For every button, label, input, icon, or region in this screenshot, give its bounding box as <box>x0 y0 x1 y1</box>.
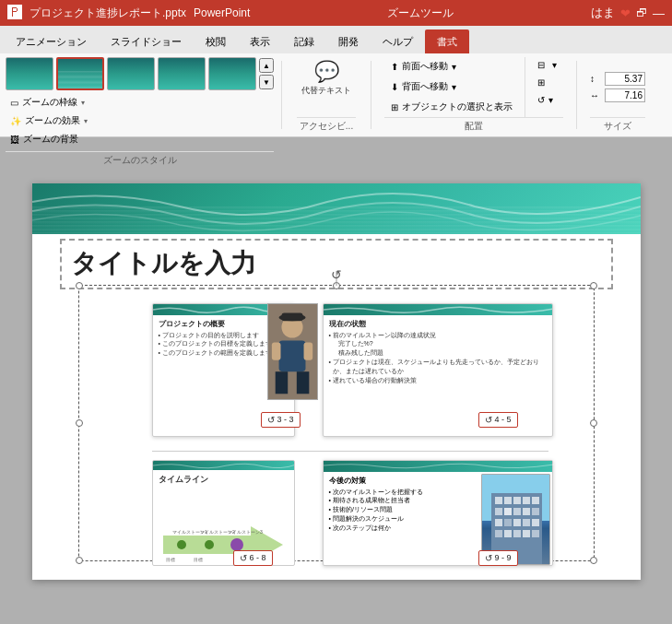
height-input[interactable] <box>605 72 645 86</box>
person-photo <box>267 303 318 400</box>
select-objects-btn[interactable]: ⊞ オブジェクトの選択と表示 <box>384 98 519 116</box>
handle-bl[interactable] <box>76 557 83 564</box>
dropdown-arrow-1: ▾ <box>81 99 85 107</box>
card4-header <box>324 461 552 472</box>
zoom-card-4[interactable]: 今後の対策 次のマイルストーンを把握する 期待される成果物と担当者 技術的/リソ… <box>323 460 553 566</box>
username: はま <box>591 5 615 21</box>
zoom-thumb-2[interactable] <box>56 57 104 90</box>
badge2-icon: ↺ <box>485 415 492 425</box>
svg-rect-23 <box>523 497 530 504</box>
handle-mr[interactable] <box>590 419 597 427</box>
align-icon: ⊟ <box>537 60 545 70</box>
zoom-bg-dropdown[interactable]: 🖼 ズームの背景 <box>6 131 274 147</box>
svg-rect-25 <box>495 508 502 515</box>
handle-br[interactable] <box>590 557 597 564</box>
card1-badge[interactable]: ↺ 3 - 3 <box>261 412 301 428</box>
chevron-down-icon-3: ▾ <box>552 60 557 70</box>
handle-ml[interactable] <box>76 419 83 427</box>
rotate-handle[interactable]: ↺ <box>331 267 342 282</box>
zoom-style-label: ズームのスタイル <box>6 151 274 167</box>
title-bar: 🅿 プロジェクト進捗レポート.pptx PowerPoint ズームツール はま… <box>0 0 672 26</box>
bring-forward-btn[interactable]: ⬆ 前面へ移動 ▾ <box>384 57 519 76</box>
scroll-up-btn[interactable]: ▲ <box>259 58 274 73</box>
card3-badge[interactable]: ↺ 6 - 8 <box>233 550 273 566</box>
card4-badge[interactable]: ↺ 9 - 9 <box>478 550 518 566</box>
card3-header <box>153 461 294 470</box>
tab-dev[interactable]: 開発 <box>326 29 371 53</box>
badge3-icon: ↺ <box>240 553 247 563</box>
svg-rect-33 <box>523 519 530 526</box>
heart-icon: ❤ <box>620 6 631 20</box>
svg-rect-38 <box>523 530 530 537</box>
send-backward-btn[interactable]: ⬇ 背面へ移動 ▾ <box>384 77 519 96</box>
card4-bullet-1: 次のマイルストーンを把握する <box>329 488 476 497</box>
svg-text:目標: 目標 <box>166 557 175 562</box>
alt-text-button[interactable]: 💬 代替テキスト <box>297 57 356 100</box>
svg-rect-27 <box>513 508 521 515</box>
window-mode-icon[interactable]: 🗗 <box>636 6 647 19</box>
zoom-card-3[interactable]: タイムライン マイルストーン1 マイルストーン2 マイルストーン3 目標 目標 <box>152 460 295 566</box>
rotate-btn[interactable]: ↺ ▾ <box>531 92 563 108</box>
arrange-group: ⬆ 前面へ移動 ▾ ⬇ 背面へ移動 ▾ ⊞ オブジェクトの選択と表示 <box>379 57 569 133</box>
ribbon-divider-1 <box>281 61 282 129</box>
tab-help[interactable]: ヘルプ <box>371 29 425 53</box>
zoom-thumb-3[interactable] <box>107 57 155 90</box>
chevron-down-icon-1: ▾ <box>452 62 456 72</box>
width-input[interactable] <box>605 88 645 102</box>
card2-bullet-1: 前のマイルストーン以降の達成状況 <box>329 331 547 340</box>
zoom-thumb-5[interactable] <box>208 57 256 90</box>
zoom-effect-dropdown[interactable]: ✨ ズームの効果 ▾ <box>6 112 274 129</box>
svg-point-12 <box>230 538 243 551</box>
alt-text-icon: 💬 <box>314 60 339 84</box>
dropdown-arrow-2: ▾ <box>84 117 88 125</box>
badge2-label: 4 - 5 <box>495 415 512 424</box>
svg-point-10 <box>177 540 186 549</box>
ribbon-content: ▲ ▼ ▭ ズームの枠線 ▾ ✨ ズームの効果 ▾ 🖼 ズームの背景 <box>0 53 672 136</box>
card2-sub-bullets: 完了した%? 積み残した問題 <box>329 339 547 358</box>
card2-badge[interactable]: ↺ 4 - 5 <box>478 412 518 428</box>
chevron-down-icon-2: ▾ <box>452 82 456 92</box>
zoom-thumb-4[interactable] <box>158 57 206 90</box>
title-bar-left: 🅿 プロジェクト進捗レポート.pptx PowerPoint <box>7 5 250 21</box>
slide-area: タイトルを入力 ↺ プロジェクトの概要 <box>0 137 672 624</box>
zoom-border-dropdown[interactable]: ▭ ズームの枠線 ▾ <box>6 94 274 111</box>
slide-header-decoration <box>32 183 641 234</box>
tab-record[interactable]: 記録 <box>282 29 326 53</box>
badge4-label: 9 - 9 <box>495 553 512 562</box>
svg-rect-6 <box>303 342 312 359</box>
chevron-down-icon-4: ▾ <box>548 95 553 105</box>
person-svg <box>268 303 317 400</box>
width-input-row: ↔ <box>590 88 645 102</box>
zoom-thumbnails-row: ▲ ▼ <box>6 57 274 90</box>
svg-rect-32 <box>513 519 521 526</box>
bring-forward-icon: ⬆ <box>391 62 398 72</box>
svg-rect-35 <box>495 530 502 537</box>
selection-top-bar <box>78 283 595 285</box>
svg-rect-8 <box>281 312 302 321</box>
svg-rect-30 <box>495 519 502 526</box>
select-objects-icon: ⊞ <box>391 102 398 112</box>
group-btn[interactable]: ⊞ <box>531 75 563 90</box>
zoom-thumb-1[interactable] <box>6 57 53 90</box>
tab-format[interactable]: 書式 <box>425 29 469 53</box>
card2-bullet-4: 遅れている場合の行動解決策 <box>329 376 547 385</box>
tab-animation[interactable]: アニメーション <box>4 29 99 53</box>
zoom-card-2[interactable]: 現在の状態 前のマイルストーン以降の達成状況 完了した%? 積み残した問題 プロ… <box>323 303 553 437</box>
ribbon: アニメーション スライドショー 校閲 表示 記録 開発 ヘルプ 書式 ▲ ▼ <box>0 26 672 137</box>
scroll-down-btn[interactable]: ▼ <box>259 75 274 89</box>
height-label: ↕ <box>590 74 603 84</box>
zoom-dropdowns: ▭ ズームの枠線 ▾ ✨ ズームの効果 ▾ 🖼 ズームの背景 <box>6 94 274 147</box>
width-label: ↔ <box>590 90 603 100</box>
minimize-button[interactable]: — <box>653 6 665 20</box>
tab-review[interactable]: 校閲 <box>194 29 238 53</box>
section-divider <box>152 451 548 452</box>
tab-view[interactable]: 表示 <box>238 29 282 53</box>
ribbon-divider-3 <box>576 61 577 129</box>
zoom-tools-label: ズームツール <box>387 6 454 21</box>
tab-slideshow[interactable]: スライドショー <box>99 29 194 53</box>
card3-title: タイムライン <box>159 474 289 486</box>
svg-rect-28 <box>523 508 530 515</box>
arrange-col-1: ⬆ 前面へ移動 ▾ ⬇ 背面へ移動 ▾ ⊞ オブジェクトの選択と表示 <box>384 57 519 117</box>
align-btn[interactable]: ⊟ ▾ <box>531 57 563 73</box>
svg-rect-4 <box>296 371 308 394</box>
